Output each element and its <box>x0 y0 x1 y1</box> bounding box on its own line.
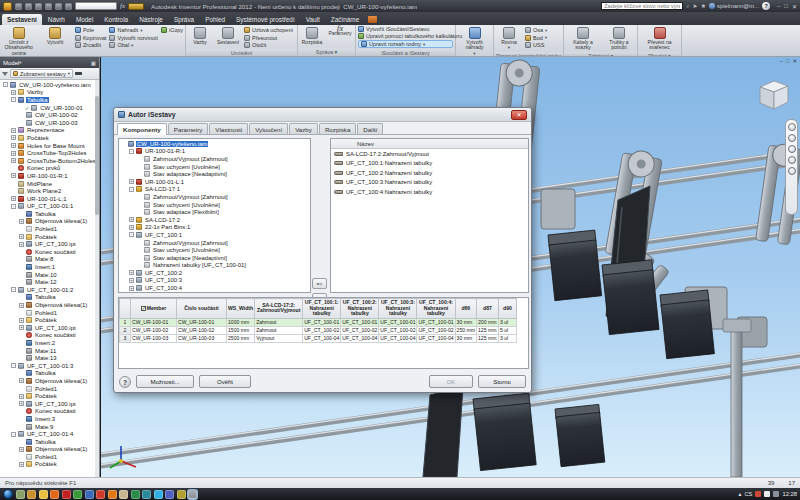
tree-item[interactable]: +UF_CT_100.ipt <box>1 324 99 332</box>
rail-carriage[interactable] <box>541 189 575 229</box>
orbit-icon[interactable] <box>788 156 796 164</box>
collapse-icon[interactable]: - <box>11 363 16 368</box>
convert-to-weldment-button[interactable]: Převést na svařenec <box>643 26 677 51</box>
tree-item[interactable]: Konec součásti <box>1 408 99 416</box>
table-column-header[interactable]: UF_CT_100:2: Nahrazení tabulky <box>341 299 379 319</box>
tree-item[interactable]: Tabulka <box>1 294 99 302</box>
table-column-header[interactable]: d87 <box>476 299 498 319</box>
doc-restore-icon[interactable]: □ <box>786 58 789 64</box>
table-cell[interactable]: 250 mm <box>455 326 476 334</box>
named-column-row[interactable]: UF_CT_100:3:Nahrazení tabulky <box>331 178 528 188</box>
expand-icon[interactable]: + <box>11 90 16 95</box>
tree-item[interactable]: +Počátek <box>1 392 99 400</box>
table-cell[interactable]: CW_UR-100-03 <box>131 334 177 342</box>
named-column-row[interactable]: SA-LCD-17:2:Zahrnout/Vyjmout <box>331 149 528 159</box>
expand-icon[interactable]: + <box>11 173 16 178</box>
table-cell[interactable]: Zahrnout <box>255 326 303 334</box>
tree-item[interactable]: -UR-100-01-R:1 <box>119 148 310 156</box>
tree-item[interactable]: ✓CW_UR-100-01 <box>1 104 99 112</box>
zoom-icon[interactable] <box>788 145 796 153</box>
tab-vault[interactable]: Vault <box>301 14 325 25</box>
ok-button[interactable]: OK <box>429 375 473 388</box>
open-icon[interactable] <box>25 3 32 10</box>
tree-item[interactable]: Pohled1 <box>1 225 99 233</box>
tab-nastroje[interactable]: Nástroje <box>134 14 168 25</box>
onenote-icon[interactable] <box>165 490 174 499</box>
table-cell[interactable]: CW_UR-100-02 <box>177 326 227 334</box>
look-at-icon[interactable] <box>788 167 796 175</box>
storage-bin[interactable] <box>602 260 659 335</box>
dialog-help-button[interactable]: ? <box>119 376 131 388</box>
tree-item[interactable]: +Objemová tělesa(1) <box>1 377 99 385</box>
new-file-icon[interactable] <box>15 3 22 10</box>
tree-item[interactable]: -Tabulka <box>1 96 99 104</box>
create-substitutes-button[interactable]: Vytvořit náhrady▾ <box>459 26 491 56</box>
tree-scrollbar[interactable] <box>95 80 99 477</box>
table-cell[interactable]: UF_CT_100-04 <box>417 334 455 342</box>
tree-item[interactable]: -UF_CT_100:1 <box>119 231 310 239</box>
tab-model[interactable]: Model <box>71 14 98 25</box>
tree-item[interactable]: +Vazby <box>1 89 99 97</box>
save-icon[interactable] <box>35 3 42 10</box>
table-cell[interactable]: UF_CT_100-01 <box>303 318 341 326</box>
word-icon[interactable] <box>85 490 94 499</box>
dialog-tab-vylouceni[interactable]: Vyloučení <box>249 123 288 134</box>
tree-item[interactable]: Konec prvků <box>1 165 99 173</box>
table-column-header[interactable]: d90 <box>498 299 516 319</box>
assembly-view-dropdown[interactable]: Zobrazení sestavy▾ <box>10 69 73 78</box>
cable-harness-button[interactable]: Kabely a svazky <box>566 26 600 51</box>
archive-icon[interactable] <box>119 490 128 499</box>
skype-icon[interactable] <box>154 490 163 499</box>
tree-item[interactable]: +UF_CT_100:2 <box>119 269 310 277</box>
table-column-header[interactable]: UF_CT_100:4: Nahrazení tabulky <box>417 299 455 319</box>
tree-item[interactable]: +UF_CT_100.ipt <box>1 400 99 408</box>
tree-item[interactable]: +22-1x Part Bins:1 <box>119 224 310 232</box>
inventor-icon[interactable] <box>188 490 197 499</box>
redo-icon[interactable] <box>55 3 62 10</box>
table-row[interactable]: 3CW_UR-100-03CW_UR-100-032500 mmVyjmoutU… <box>120 334 517 342</box>
monitor-panel-lower[interactable] <box>423 387 463 477</box>
print-icon[interactable] <box>65 3 72 10</box>
doc-minimize-icon[interactable]: − <box>780 58 783 64</box>
pattern-button[interactable]: Pole <box>75 27 107 33</box>
tab-zaciname[interactable]: Začínáme <box>326 14 364 25</box>
storage-bin[interactable] <box>548 230 602 301</box>
messenger-icon[interactable] <box>73 490 82 499</box>
tray-volume-icon[interactable] <box>773 491 779 497</box>
dialog-title-bar[interactable]: Autor iSestavy ✕ <box>114 108 531 122</box>
tray-alert-icon[interactable] <box>755 491 761 497</box>
expand-icon[interactable]: + <box>19 447 24 452</box>
tree-item[interactable]: Stav uchycení [Uvolněné] <box>119 201 310 209</box>
search-input[interactable] <box>601 2 683 10</box>
tab-kontrola[interactable]: Kontrola <box>99 14 133 25</box>
media-icon[interactable] <box>27 490 36 499</box>
tree-item[interactable]: +Objemová tělesa(1) <box>1 301 99 309</box>
tree-item[interactable]: Zahrnout/Vyjmout [Zahrnout] <box>119 239 310 247</box>
table-cell[interactable]: 125 mm <box>476 326 498 334</box>
steering-wheel-icon[interactable] <box>788 123 796 131</box>
table-cell[interactable]: UF_CT_100-02 <box>379 326 417 334</box>
assemble-button[interactable]: Sestavení <box>215 26 241 45</box>
work-axis-button[interactable]: Osa▾ <box>525 27 547 33</box>
help-button[interactable]: ? <box>762 2 770 10</box>
group-label-pracovni[interactable]: Pracovní konstrukční prvky <box>494 52 563 56</box>
edit-family-scope-button[interactable]: Upravit rozsah rodiny▾ <box>358 40 453 48</box>
table-cell[interactable]: CW_UR-100-02 <box>131 326 177 334</box>
table-cell[interactable]: UF_CT_100-02 <box>417 326 455 334</box>
dialog-tab-parametry[interactable]: Parametry <box>168 123 209 134</box>
named-column-row[interactable]: UF_CT_100:1:Nahrazení tabulky <box>331 159 528 169</box>
close-button[interactable]: ✕ <box>792 3 797 10</box>
tree-item[interactable]: +UF_CT_100:4 <box>119 284 310 292</box>
restore-button[interactable]: □ <box>784 3 788 10</box>
tree-item[interactable]: -CW_UR-100-vyřešeno.iam <box>1 81 99 89</box>
table-cell[interactable]: 125 mm <box>476 334 498 342</box>
tab-navrh[interactable]: Návrh <box>43 14 70 25</box>
teams-icon[interactable] <box>142 490 151 499</box>
dialog-tab-vazby[interactable]: Vazby <box>289 123 318 134</box>
tree-item[interactable]: +UF_CT_100.ipt <box>1 240 99 248</box>
table-cell[interactable]: 3 ul <box>498 334 516 342</box>
expand-icon[interactable]: + <box>129 225 134 230</box>
table-cell[interactable]: UF_CT_100-04 <box>341 334 379 342</box>
ucs-button[interactable]: USS <box>525 42 547 48</box>
verify-button[interactable]: Ověřit <box>199 375 251 388</box>
